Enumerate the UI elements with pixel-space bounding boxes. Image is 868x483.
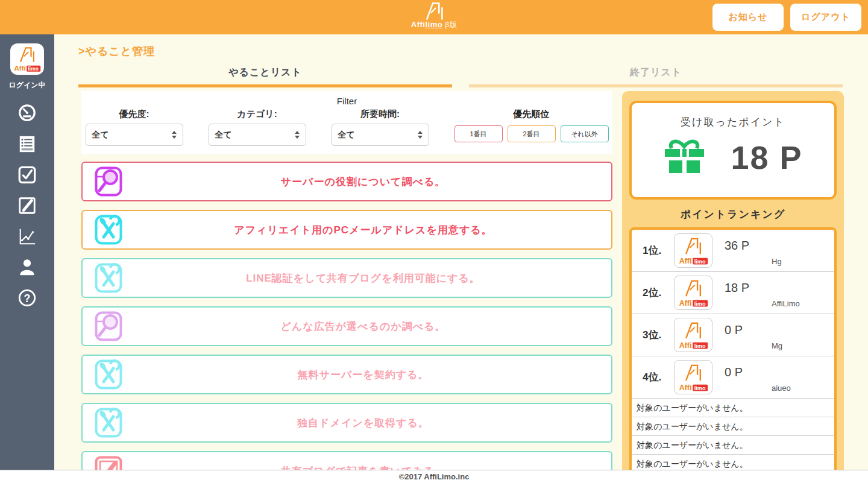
user-avatar (674, 360, 712, 394)
task-label: サーバーの役割について調べる。 (122, 175, 604, 189)
tab-done-list[interactable]: 終了リスト (469, 66, 843, 87)
sidebar-logo[interactable] (10, 43, 44, 75)
task-label: 独自ドメインを取得する。 (122, 416, 604, 430)
task-label: 共有ブログで記事を書いてみる。 (122, 464, 604, 470)
user-avatar (674, 276, 712, 310)
svg-text:?: ? (24, 292, 31, 305)
user-icon[interactable] (17, 257, 37, 277)
app-header: Affilimo β版 お知らせ ログアウト (0, 0, 868, 34)
priority-select[interactable]: 全て (86, 124, 183, 146)
filter-panel: Filter 優先度: 全て カテゴリ: 全て (81, 91, 612, 154)
app-logo: Affilimo β版 (411, 1, 457, 28)
edit-square-icon[interactable] (17, 196, 37, 215)
user-avatar (674, 233, 712, 268)
task-card[interactable]: 独自ドメインを取得する。 (81, 403, 612, 443)
logout-button[interactable]: ログアウト (790, 4, 861, 31)
gift-icon (663, 137, 706, 177)
received-points-value: 18 P (731, 139, 802, 176)
search-task-icon (95, 311, 122, 341)
points-panel: 受け取ったポイント 18 P ポイントラン (622, 91, 844, 470)
help-icon[interactable]: ? (17, 288, 37, 308)
task-card[interactable]: サーバーの役割について調べる。 (81, 162, 612, 201)
category-filter-label: カテゴリ: (209, 109, 306, 120)
list-icon[interactable] (17, 134, 37, 154)
ranking-title: ポイントランキング (629, 207, 837, 221)
rank-username: AffiLimo (772, 299, 800, 308)
ranking-empty-row: 対象のユーザーがいません。 (632, 399, 834, 417)
task-label: 無料サーバーを契約する。 (122, 368, 604, 382)
select-arrows-icon (418, 131, 423, 139)
page-title: >やること管理 (78, 44, 844, 58)
tools-task-icon (95, 359, 122, 390)
task-card[interactable]: LINE認証をして共有ブログを利用可能にする。 (81, 258, 612, 298)
rank-points: 0 P (725, 365, 743, 379)
rank-position: 2位. (643, 286, 674, 300)
ranking-row: 4位. 0 P aiueo (632, 356, 834, 399)
rank-username: aiueo (772, 384, 791, 393)
login-status: ログイン中 (8, 80, 45, 90)
rank-points: 0 P (725, 323, 743, 337)
select-arrows-icon (172, 131, 177, 139)
main-content: >やること管理 やることリスト 終了リスト Filter 優先度: 全て (54, 34, 868, 470)
task-label: どんな広告が選べるのか調べる。 (122, 320, 604, 333)
task-card[interactable]: アフィリエイト用のPCメールアドレスを用意する。 (81, 210, 612, 250)
task-label: LINE認証をして共有ブログを利用可能にする。 (122, 271, 604, 285)
rank-position: 1位. (643, 244, 674, 257)
brand-text: Affilimo β版 (411, 21, 457, 28)
ranking-row: 2位. 18 P AffiLimo (632, 272, 834, 314)
tools-task-icon (95, 215, 122, 245)
rank-points: 18 P (725, 281, 749, 295)
task-card[interactable]: 共有ブログで記事を書いてみる。 (81, 451, 612, 470)
priority-order-buttons: 1番目2番目それ以外 (454, 125, 609, 142)
tabs: やることリスト 終了リスト (78, 66, 843, 87)
priority-order-button[interactable]: 2番目 (508, 125, 556, 142)
user-avatar (674, 318, 712, 352)
ranking-row: 3位. 0 P Mg (632, 314, 834, 356)
select-arrows-icon (295, 131, 300, 139)
category-select[interactable]: 全て (209, 124, 306, 146)
filter-title: Filter (81, 96, 612, 106)
priority-order-button[interactable]: それ以外 (561, 125, 609, 142)
rank-points: 36 P (725, 239, 749, 253)
ranking-empty-row: 対象のユーザーがいません。 (632, 417, 834, 436)
rank-position: 4位. (643, 370, 674, 384)
ranking-empty-row: 対象のユーザーがいません。 (632, 455, 834, 470)
check-square-icon[interactable] (17, 165, 37, 185)
chart-icon[interactable] (17, 227, 37, 246)
rank-username: Hg (772, 257, 782, 266)
rank-position: 3位. (643, 328, 674, 342)
sidebar: ログイン中 (0, 34, 54, 470)
affilimo-a-icon (423, 1, 445, 22)
task-card[interactable]: 無料サーバーを契約する。 (81, 355, 612, 394)
received-points-card: 受け取ったポイント 18 P (629, 101, 837, 200)
rank-username: Mg (772, 341, 782, 350)
tools-task-icon (95, 408, 122, 438)
write-task-icon (95, 456, 122, 470)
duration-filter-label: 所要時間: (332, 109, 429, 120)
task-label: アフィリエイト用のPCメールアドレスを用意する。 (122, 223, 604, 237)
copyright-text: ©2017 AffiLimo.inc (399, 472, 470, 481)
duration-select[interactable]: 全て (332, 124, 429, 146)
footer: ©2017 AffiLimo.inc (0, 470, 868, 483)
priority-filter-label: 優先度: (86, 109, 183, 120)
ranking-card: 1位. 36 P Hg 2位. 18 P AffiLimo 3位. 0 P Mg… (629, 227, 837, 470)
tab-todo-list[interactable]: やることリスト (78, 66, 452, 87)
received-points-title: 受け取ったポイント (632, 115, 834, 129)
task-card[interactable]: どんな広告が選べるのか調べる。 (81, 306, 612, 346)
priority-order-button[interactable]: 1番目 (454, 125, 503, 142)
priority-order-label: 優先順位 (454, 109, 609, 120)
notice-button[interactable]: お知らせ (712, 4, 784, 31)
ranking-row: 1位. 36 P Hg (632, 230, 834, 272)
dashboard-icon[interactable] (17, 104, 37, 123)
tools-task-icon (95, 263, 122, 293)
ranking-empty-row: 対象のユーザーがいません。 (632, 436, 834, 455)
task-list: サーバーの役割について調べる。 アフィリエイト用のPCメールアドレスを用意する。… (81, 162, 612, 470)
search-task-icon (95, 166, 122, 197)
